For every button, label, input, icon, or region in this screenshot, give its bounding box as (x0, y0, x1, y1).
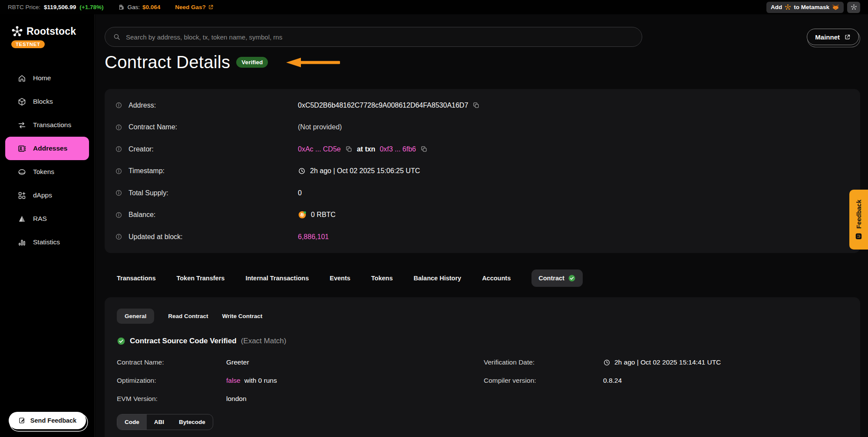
row-label: Balance: (115, 211, 298, 219)
sidebar-item-tokens[interactable]: Tokens (5, 160, 89, 184)
contract-subtabs: General Read Contract Write Contract (117, 309, 848, 324)
optimization-flag: false (226, 377, 241, 384)
meta-row-optimization: Optimization: false with 0 runs (117, 371, 484, 390)
tab-accounts[interactable]: Accounts (482, 275, 511, 282)
meta-row-verification-date: Verification Date: 2h ago | Oct 02 2025 … (484, 353, 848, 371)
timestamp-label: Timestamp: (129, 167, 165, 175)
code-tab[interactable]: Code (117, 414, 147, 430)
meta-row-compiler: Compiler version: 0.8.24 (484, 371, 848, 390)
network-label: Mainnet (815, 33, 840, 41)
top-status-bar: RBTC Price: $119,506.99 (+1.78%) Gas: $0… (0, 0, 868, 14)
tab-token-transfers[interactable]: Token Transfers (176, 275, 224, 282)
info-icon (115, 189, 122, 197)
contract-meta-grid: Contract Name: Greeter Optimization: fal… (117, 353, 848, 408)
detail-row-balance: Balance: B 0 RBTC (115, 205, 850, 225)
add-to-metamask-button[interactable]: Add to Metamask (766, 2, 844, 13)
check-circle-icon (117, 337, 125, 345)
search-input[interactable] (126, 33, 634, 41)
sidebar-item-addresses[interactable]: Addresses (5, 137, 89, 160)
contact-card-icon (17, 144, 26, 153)
detail-row-updated-block: Updated at block: 6,886,101 (115, 227, 850, 247)
meta-label: Optimization: (117, 377, 226, 384)
gas-pump-icon (119, 4, 125, 10)
tab-internal-transactions[interactable]: Internal Transactions (245, 275, 309, 282)
swap-arrows-icon (17, 121, 26, 130)
address-label: Address: (129, 102, 156, 109)
balance-label: Balance: (129, 211, 155, 219)
subtab-write-contract[interactable]: Write Contract (222, 313, 263, 319)
creator-label: Creator: (129, 145, 154, 153)
row-label: Creator: (115, 145, 298, 153)
tab-contract-label: Contract (538, 275, 564, 282)
row-value: 2h ago | Oct 02 2025 15:06:25 UTC (298, 167, 420, 175)
contract-meta-right: Verification Date: 2h ago | Oct 02 2025 … (484, 353, 848, 408)
sidebar-item-ras[interactable]: RAS (5, 207, 89, 230)
clock-icon (603, 359, 611, 366)
total-supply-value: 0 (298, 189, 302, 197)
clock-icon (298, 167, 306, 175)
contract-name-value: (Not provided) (298, 123, 342, 131)
row-label: Address: (115, 102, 298, 109)
row-label: Contract Name: (115, 123, 298, 131)
detail-row-timestamp: Timestamp: 2h ago | Oct 02 2025 15:06:25… (115, 161, 850, 181)
subtab-general[interactable]: General (117, 309, 154, 324)
meta-value: 2h ago | Oct 02 2025 15:14:41 UTC (603, 358, 721, 366)
creator-txn-link[interactable]: 0xf3 ... 6fb6 (380, 145, 416, 153)
external-link-icon (208, 4, 214, 10)
tab-balance-history[interactable]: Balance History (414, 275, 462, 282)
meta-label: Compiler version: (484, 377, 603, 384)
search-icon (113, 33, 121, 41)
annotation-arrow-icon (285, 57, 340, 68)
copy-icon[interactable] (472, 102, 480, 109)
info-icon (115, 211, 122, 219)
sidebar-item-label: Tokens (33, 168, 54, 176)
need-gas-link[interactable]: Need Gas? (175, 4, 214, 10)
send-feedback-button[interactable]: Send Feedback (9, 412, 86, 429)
sidebar-item-label: dApps (33, 191, 52, 199)
brand-logo[interactable]: Rootstock (0, 14, 94, 37)
detail-row-address: Address: 0xC5D2B6b48162C7728c9A008612D64… (115, 95, 850, 115)
info-icon (115, 233, 122, 240)
creator-address-link[interactable]: 0xAc ... CD5e (298, 145, 341, 153)
abi-tab[interactable]: ABI (147, 414, 172, 430)
row-value: (Not provided) (298, 123, 342, 131)
tab-contract[interactable]: Contract (531, 269, 583, 287)
row-label: Updated at block: (115, 233, 298, 241)
tab-tokens[interactable]: Tokens (371, 275, 393, 282)
meta-value: Greeter (226, 358, 249, 366)
rbtc-price-change: (+1.78%) (79, 4, 103, 10)
copy-icon[interactable] (345, 145, 353, 153)
detail-row-contract-name: Contract Name: (Not provided) (115, 117, 850, 137)
network-switch-button[interactable]: Mainnet (807, 29, 859, 45)
cube-icon (17, 97, 26, 106)
tab-events[interactable]: Events (330, 275, 350, 282)
detail-row-creator: Creator: 0xAc ... CD5e at txn 0xf3 ... 6… (115, 139, 850, 159)
theme-toggle-button[interactable] (847, 2, 860, 13)
row-label: Timestamp: (115, 167, 298, 175)
triangle-icon (17, 214, 26, 223)
address-tabs: Transactions Token Transfers Internal Tr… (117, 269, 583, 287)
sidebar-item-blocks[interactable]: Blocks (5, 90, 89, 113)
meta-label: EVM Version: (117, 395, 226, 403)
sidebar-item-label: RAS (33, 215, 47, 223)
row-label: Total Supply: (115, 189, 298, 197)
metamask-fox-icon (832, 3, 839, 11)
sidebar-item-label: Addresses (33, 145, 67, 152)
sidebar-item-statistics[interactable]: Statistics (5, 230, 89, 254)
meta-row-contract-name: Contract Name: Greeter (117, 353, 484, 371)
copy-icon[interactable] (420, 145, 428, 153)
meta-label: Contract Name: (117, 358, 226, 366)
subtab-read-contract[interactable]: Read Contract (168, 313, 208, 319)
search-bar[interactable] (105, 27, 642, 47)
feedback-side-tab[interactable]: Feedback (849, 190, 868, 250)
sidebar-item-transactions[interactable]: Transactions (5, 113, 89, 137)
verified-suffix: (Exact Match) (241, 337, 287, 345)
updated-block-link[interactable]: 6,886,101 (298, 233, 329, 241)
optimization-suffix: with 0 runs (244, 377, 277, 384)
tab-transactions[interactable]: Transactions (117, 275, 155, 282)
sidebar-item-dapps[interactable]: dApps (5, 184, 89, 207)
sidebar-item-home[interactable]: Home (5, 66, 89, 90)
main-content: Mainnet Contract Details Verified Addres… (95, 14, 868, 437)
testnet-badge: TESTNET (11, 40, 45, 48)
bytecode-tab[interactable]: Bytecode (172, 414, 213, 430)
